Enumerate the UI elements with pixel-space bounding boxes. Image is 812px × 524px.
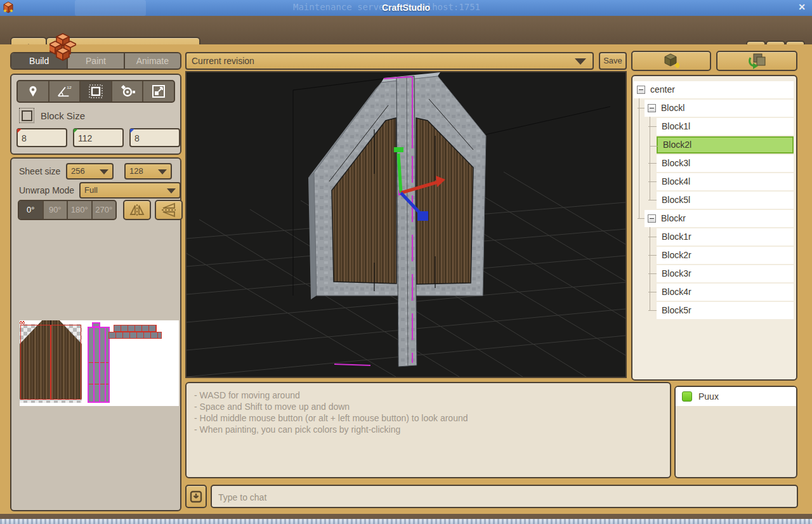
chevron-down-icon: [100, 169, 108, 174]
block-size-icon: [19, 108, 34, 123]
texture-sheet-preview[interactable]: [20, 320, 179, 406]
chevron-down-icon: [158, 169, 167, 174]
tree-item-block1l[interactable]: Block1l: [657, 118, 794, 135]
chat-send-button[interactable]: [185, 485, 207, 508]
help-line: - WASD for moving around: [194, 390, 662, 401]
tree-collapse-icon[interactable]: [648, 214, 656, 223]
rotate-90-button[interactable]: 90°: [44, 201, 69, 219]
block-size-label: Block Size: [41, 110, 85, 121]
flip-vertical-button[interactable]: [155, 200, 183, 220]
rotate-180-button[interactable]: 180°: [68, 201, 93, 219]
rotate-0-button[interactable]: 0°: [19, 201, 44, 219]
tree-collapse-icon[interactable]: [648, 104, 656, 112]
stretch-tool-icon: [151, 84, 166, 99]
user-row-puux[interactable]: Puux: [676, 387, 796, 406]
duplicate-block-button[interactable]: [716, 51, 797, 71]
texture-settings-box: Sheet size 256 128 Unwrap Mode Full 0° 9…: [10, 157, 181, 511]
mode-tabs: Build Paint Animate: [10, 52, 181, 70]
add-block-button[interactable]: [631, 51, 711, 71]
block-size-row: Block Size: [19, 108, 85, 123]
help-line: - When painting, you can pick colors by …: [194, 424, 662, 435]
revision-dropdown[interactable]: Current revision: [185, 52, 594, 70]
stretch-tool-button[interactable]: [143, 81, 174, 102]
craftstudio-cube-icon: [49, 32, 76, 62]
block-size-tool-button[interactable]: [81, 81, 112, 102]
unwrap-mode-dropdown[interactable]: Full: [79, 182, 181, 199]
tree-item-block4r[interactable]: Block4r: [657, 284, 794, 301]
user-status-icon: [682, 391, 692, 402]
position-tool-icon: [26, 84, 40, 98]
tab-bar: Gates ✖ ▶ ✕: [0, 16, 812, 44]
os-titlebar: Maintenance server : localhost:1751 Craf…: [0, 0, 812, 16]
build-tool-box: 12° Block Size: [10, 74, 181, 155]
tree-item-block3r[interactable]: Block3r: [657, 265, 794, 282]
tree-connector: [639, 94, 639, 219]
chat-input[interactable]: [217, 489, 790, 506]
stone-texture-strip: [114, 325, 157, 332]
viewport-help-text: - WASD for moving around - Space and Shi…: [185, 382, 671, 478]
sheet-size-label: Sheet size: [19, 166, 60, 176]
save-button[interactable]: Save: [599, 52, 627, 70]
pivot-tool-icon: [120, 84, 135, 99]
user-list: Puux: [674, 386, 797, 478]
window-bottom-frame: [0, 514, 812, 519]
tool-strip: 12°: [16, 80, 175, 103]
tree-connector: [650, 117, 650, 200]
tree-collapse-icon[interactable]: [637, 86, 645, 94]
block-size-y-input[interactable]: [77, 131, 121, 146]
tree-item-block4l[interactable]: Block4l: [657, 173, 794, 190]
block-tree: center Blockl Block1l Block2l Block3l Bl…: [631, 75, 797, 381]
add-block-icon: [663, 53, 679, 69]
tab-animate[interactable]: Animate: [125, 53, 180, 69]
duplicate-block-icon: [748, 53, 766, 69]
tree-item-block1r[interactable]: Block1r: [657, 228, 794, 246]
tree-item-block5r[interactable]: Block5r: [657, 302, 794, 319]
tree-item-center[interactable]: center: [634, 81, 794, 98]
chevron-down-icon: [575, 58, 586, 65]
stone-texture-selected-region: [88, 327, 110, 403]
background-terminal-strip: [0, 519, 812, 524]
user-name: Puux: [698, 391, 719, 402]
tree-item-blockl[interactable]: Blockl: [645, 100, 794, 117]
tab-paint[interactable]: Paint: [68, 53, 124, 69]
rotation-group: 0° 90° 180° 270°: [18, 200, 117, 220]
tree-connector: [650, 227, 650, 311]
svg-text:12°: 12°: [67, 86, 72, 89]
block-size-tool-icon: [88, 84, 103, 99]
help-line: - Space and Shift to move up and down: [194, 401, 662, 412]
tree-item-block2l-selected[interactable]: Block2l: [657, 136, 794, 154]
flip-horizontal-button[interactable]: [123, 200, 151, 220]
chevron-down-icon: [167, 188, 176, 193]
stone-texture-strip: [108, 332, 162, 339]
block-size-x-input[interactable]: [20, 131, 65, 146]
tree-item-block5l[interactable]: Block5l: [657, 192, 794, 209]
block-size-z-input[interactable]: [133, 131, 178, 146]
block-size-inputs: [16, 128, 180, 147]
help-line: - Hold middle mouse button (or alt + lef…: [194, 412, 662, 424]
tree-item-block3l[interactable]: Block3l: [657, 155, 794, 172]
flip-horizontal-icon: [129, 203, 145, 217]
uv-outline: [20, 325, 51, 400]
pivot-tool-button[interactable]: [112, 81, 144, 102]
gate-model-render: [187, 72, 625, 377]
uv-outline: [51, 325, 81, 400]
block-size-y-field[interactable]: [73, 128, 124, 147]
viewport-3d[interactable]: [185, 71, 627, 378]
tree-item-block2r[interactable]: Block2r: [657, 247, 794, 264]
flip-vertical-icon: [160, 202, 177, 218]
chat-input-field[interactable]: [211, 485, 798, 508]
sheet-height-dropdown[interactable]: 128: [124, 163, 172, 180]
chat-send-icon: [190, 490, 202, 503]
unwrap-mode-label: Unwrap Mode: [19, 185, 74, 195]
window-close-icon[interactable]: ✕: [798, 2, 806, 12]
rotate-tool-button[interactable]: 12°: [49, 81, 81, 102]
window-title: CraftStudio: [0, 3, 812, 13]
sheet-width-dropdown[interactable]: 256: [66, 163, 114, 180]
position-tool-button[interactable]: [18, 81, 49, 102]
rotate-270-button[interactable]: 270°: [93, 201, 116, 219]
block-size-z-field[interactable]: [129, 128, 180, 147]
rotate-tool-icon: 12°: [56, 84, 72, 99]
block-size-x-field[interactable]: [16, 128, 67, 147]
tree-item-blockr[interactable]: Blockr: [645, 210, 794, 227]
